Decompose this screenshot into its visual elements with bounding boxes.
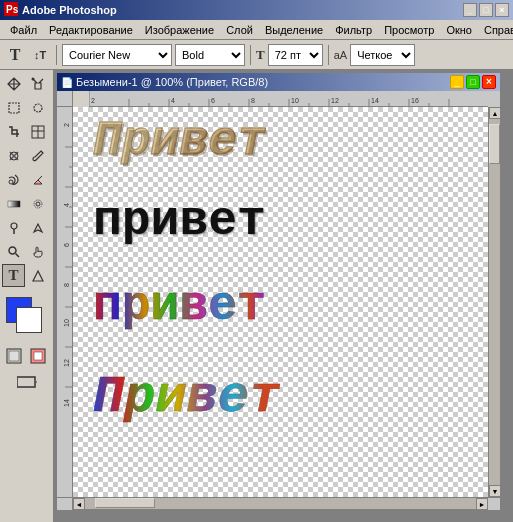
ruler-corner-right [488,91,500,107]
scroll-down-button[interactable]: ▼ [489,485,500,497]
maximize-button[interactable]: □ [479,3,493,17]
doc-close[interactable]: × [482,75,496,89]
svg-text:12: 12 [63,359,70,367]
svg-rect-21 [17,377,35,387]
tool-row-9: T [2,264,51,287]
gradient-tool[interactable] [2,192,25,215]
window-controls: _ □ × [463,3,509,17]
vscroll-thumb[interactable] [489,124,500,164]
document-content: 2 4 6 8 1 [57,91,500,509]
menu-window[interactable]: Окно [440,22,478,38]
minimize-button[interactable]: _ [463,3,477,17]
separator-1 [56,45,57,65]
svg-text:2: 2 [91,97,95,104]
svg-text:10: 10 [291,97,299,104]
text-tool-button[interactable]: T [4,44,26,66]
svg-point-2 [31,77,34,80]
hscroll-track [85,498,476,509]
text-orient-button[interactable]: ↕T [29,44,51,66]
text-layers: Привет привет привет [73,107,488,497]
svg-text:4: 4 [171,97,175,104]
document-icon: 📄 [61,77,73,88]
scroll-left-button[interactable]: ◄ [73,498,85,510]
slice-tool[interactable] [26,120,49,143]
healing-tool[interactable] [2,144,25,167]
antialiasing-icon: аА [334,49,347,61]
horizontal-scrollbar: ◄ ► [73,498,488,509]
pen-tool[interactable] [26,216,49,239]
eraser-tool[interactable] [26,168,49,191]
blur-tool[interactable] [26,192,49,215]
antialiasing-select[interactable]: Четкое [350,44,415,66]
document-titlebar: 📄 Безымени-1 @ 100% (Привет, RGB/8) _ □ … [57,73,500,91]
vertical-scrollbar: ▲ ▼ [488,107,500,497]
dodge-tool[interactable] [2,216,25,239]
tool-row-8 [2,240,51,263]
quick-mask-mode[interactable] [26,344,49,367]
hscroll-thumb[interactable] [95,498,155,508]
doc-minimize[interactable]: _ [450,75,464,89]
move-tool[interactable] [2,72,25,95]
text-layer-2: привет [93,197,266,245]
lasso-tool[interactable] [26,96,49,119]
canvas-viewport: Привет привет привет [73,107,488,497]
marquee-tool[interactable] [2,96,25,119]
tool-separator [2,288,51,292]
font-family-select[interactable]: Courier New [62,44,172,66]
svg-rect-3 [9,103,19,113]
menu-file[interactable]: Файл [4,22,43,38]
menu-select[interactable]: Выделение [259,22,329,38]
separator-2 [250,45,251,65]
normal-mode[interactable] [2,344,25,367]
text-tool-active[interactable]: T [2,264,25,287]
font-style-select[interactable]: Bold [175,44,245,66]
hand-tool[interactable] [26,240,49,263]
document-title: Безымени-1 @ 100% (Привет, RGB/8) [76,76,268,88]
main-area: T [0,70,513,522]
selection-tool[interactable] [26,72,49,95]
ruler-top: 2 4 6 8 1 [89,91,488,107]
doc-maximize[interactable]: □ [466,75,480,89]
svg-rect-10 [8,201,20,207]
scroll-corner [57,498,73,510]
menu-help[interactable]: Справк... [478,22,513,38]
canvas-area: 📄 Безымени-1 @ 100% (Привет, RGB/8) _ □ … [54,70,513,522]
text-layer-1: Привет [93,117,266,165]
menu-layer[interactable]: Слой [220,22,259,38]
doc-controls: _ □ × [450,75,496,89]
svg-text:10: 10 [63,319,70,327]
tool-row-3 [2,120,51,143]
svg-text:8: 8 [63,283,70,287]
background-color[interactable] [16,307,42,333]
screen-mode-row [2,370,51,393]
tool-row-4 [2,144,51,167]
options-toolbar: T ↕T Courier New Bold T 72 пт аА Четкое [0,40,513,70]
brush-tool[interactable] [26,144,49,167]
clone-tool[interactable] [2,168,25,191]
crop-tool[interactable] [2,120,25,143]
screen-mode-button[interactable] [4,370,50,393]
menu-filter[interactable]: Фильтр [329,22,378,38]
text-layer-3: привет [93,282,266,330]
scroll-up-button[interactable]: ▲ [489,107,500,119]
ruler-corner [57,91,73,107]
scroll-corner-br [488,498,500,510]
zoom-tool[interactable] [2,240,25,263]
close-button[interactable]: × [495,3,509,17]
tool-row-2 [2,96,51,119]
scroll-right-button[interactable]: ► [476,498,488,510]
svg-point-15 [9,247,16,254]
shape-tool[interactable] [26,264,49,287]
svg-text:16: 16 [411,97,419,104]
menu-view[interactable]: Просмотр [378,22,440,38]
menu-edit[interactable]: Редактирование [43,22,139,38]
menu-image[interactable]: Изображение [139,22,220,38]
app-title: Adobe Photoshop [22,4,117,16]
svg-text:14: 14 [371,97,379,104]
svg-text:6: 6 [211,97,215,104]
tool-row-7 [2,216,51,239]
document-window: 📄 Безымени-1 @ 100% (Привет, RGB/8) _ □ … [56,72,501,510]
svg-text:8: 8 [251,97,255,104]
font-size-select[interactable]: 72 пт [268,44,323,66]
svg-rect-20 [34,352,42,360]
